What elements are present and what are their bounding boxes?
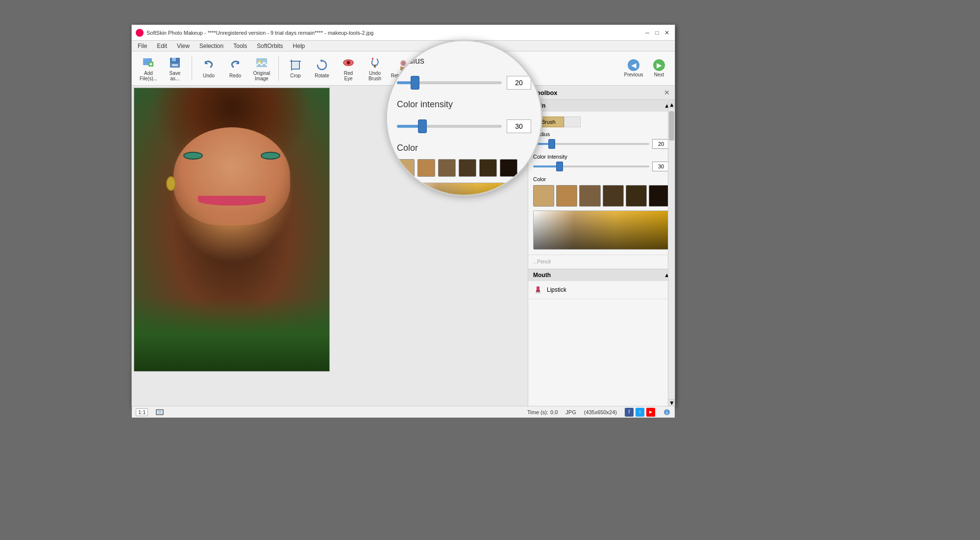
skin-section-header[interactable]: Skin ▲ — [528, 100, 675, 112]
menu-file[interactable]: File — [134, 42, 151, 50]
crop-icon — [289, 58, 302, 72]
radius-thumb[interactable] — [548, 139, 555, 149]
color-intensity-value[interactable]: 30 — [652, 162, 670, 171]
add-files-button[interactable]: Add File(s)... — [136, 54, 161, 83]
red-eye-button[interactable]: Red Eye — [336, 54, 361, 83]
info-icon[interactable]: i — [663, 408, 671, 416]
color-swatch-2[interactable] — [556, 185, 577, 207]
youtube-icon[interactable]: ▶ — [646, 408, 655, 417]
twitter-icon[interactable]: t — [636, 408, 644, 417]
color-intensity-track[interactable] — [533, 165, 649, 167]
crop-svg — [289, 58, 302, 72]
rotate-svg — [315, 58, 329, 72]
magnifier-intensity-control: 30 — [397, 119, 528, 133]
magnifier-swatch-4[interactable] — [459, 159, 476, 177]
skin-section: Skin ▲ Brush Radius — [528, 100, 675, 255]
color-intensity-row: Color intensity 30 — [533, 154, 670, 171]
magnifier-content: Radius 20 Color intensity — [387, 86, 528, 195]
red-eye-icon — [342, 56, 355, 70]
photo-image[interactable] — [134, 88, 330, 372]
color-swatch-5[interactable] — [626, 185, 647, 207]
radius-track[interactable] — [533, 143, 649, 145]
original-image-label: Original Image — [253, 70, 270, 81]
color-intensity-thumb[interactable] — [556, 162, 563, 171]
save-as-svg — [168, 56, 182, 70]
redo-button[interactable]: Redo — [222, 54, 248, 83]
undo-button[interactable]: Undo — [196, 54, 221, 83]
main-window: SoftSkin Photo Makeup - ****Unregistered… — [131, 24, 675, 406]
tab-2[interactable] — [564, 117, 581, 127]
sep-1 — [192, 56, 192, 81]
magnifier-swatch-6[interactable] — [500, 159, 517, 177]
mouth-section-header[interactable]: Mouth ▲ — [528, 269, 675, 281]
color-section: Color — [533, 176, 670, 250]
next-label: Next — [654, 72, 664, 77]
magnifier-radius-control: 20 — [397, 86, 528, 90]
menu-softorbits[interactable]: SoftOrbits — [253, 42, 287, 50]
toolbox-header: Toolbox ✕ — [528, 86, 675, 100]
svg-text:i: i — [666, 410, 668, 415]
toolbar-group-undoredo: Undo Redo — [196, 54, 274, 83]
magnifier-swatch-2[interactable] — [417, 159, 435, 177]
save-as-icon — [168, 56, 182, 70]
magnifier-radius-value[interactable]: 20 — [507, 86, 528, 90]
toolbox-scrollbar[interactable]: ▲ ▼ — [668, 101, 675, 406]
previous-button[interactable]: ◀ Previous — [622, 55, 645, 81]
rotate-button[interactable]: Rotate — [309, 54, 335, 83]
save-as-button[interactable]: Save as... — [162, 54, 188, 83]
radius-value[interactable]: 20 — [652, 139, 670, 149]
menu-selection[interactable]: Selection — [196, 42, 227, 50]
menu-tools[interactable]: Tools — [229, 42, 251, 50]
crop-label: Crop — [290, 73, 301, 78]
original-image-button[interactable]: Original Image — [249, 54, 274, 83]
menu-edit[interactable]: Edit — [153, 42, 171, 50]
magnifier-swatch-5[interactable] — [479, 159, 497, 177]
magnifier-swatch-3[interactable] — [438, 159, 456, 177]
color-swatch-4[interactable] — [603, 185, 624, 207]
next-arrow-icon: ▶ — [653, 59, 665, 71]
magnifier-intensity-value[interactable]: 30 — [507, 119, 528, 133]
scrollbar-thumb[interactable] — [669, 111, 674, 141]
next-button[interactable]: ▶ Next — [647, 55, 671, 81]
facebook-icon[interactable]: f — [625, 408, 634, 417]
lipstick-label: Lipstick — [547, 286, 566, 293]
prev-arrow-icon: ◀ — [628, 59, 639, 71]
scroll-up-button[interactable]: ▲ — [668, 101, 675, 108]
undo-brush-button[interactable]: Undo Brush — [362, 54, 388, 83]
color-picker[interactable] — [533, 211, 670, 250]
magnifier-radius-thumb[interactable] — [411, 86, 419, 90]
dimensions-value: (435x650x24) — [584, 409, 617, 415]
magnifier-intensity-thumb[interactable] — [418, 119, 427, 133]
toolbox-panel: Toolbox ✕ Skin ▲ Brush Radius — [528, 86, 675, 406]
maximize-button[interactable]: □ — [653, 29, 661, 37]
left-eye — [183, 152, 203, 160]
menu-view[interactable]: View — [173, 42, 194, 50]
lipstick-svg — [534, 285, 542, 294]
red-eye-svg — [342, 56, 355, 70]
close-button[interactable]: ✕ — [663, 29, 671, 37]
title-bar-controls: ─ □ ✕ — [643, 29, 671, 37]
toolbox-close-button[interactable]: ✕ — [664, 89, 670, 96]
color-swatch-6[interactable] — [649, 185, 670, 207]
color-swatch-3[interactable] — [579, 185, 600, 207]
time-label: Time (s): — [527, 409, 548, 415]
title-bar-left: SoftSkin Photo Makeup - ****Unregistered… — [136, 29, 373, 37]
redo-svg — [228, 58, 242, 72]
magnifier-color-picker[interactable] — [397, 183, 528, 195]
crop-button[interactable]: Crop — [283, 54, 308, 83]
previous-label: Previous — [624, 72, 643, 77]
scroll-down-button[interactable]: ▼ — [668, 399, 675, 406]
color-intensity-slider-container: 30 — [533, 162, 670, 171]
radius-label: Radius — [533, 131, 670, 137]
zoom-control[interactable]: 1:1 — [136, 408, 148, 416]
dimensions-display: (435x650x24) — [584, 409, 617, 415]
radius-slider-container: 20 — [533, 139, 670, 149]
minimize-button[interactable]: ─ — [643, 29, 651, 37]
social-icons: f t ▶ — [625, 408, 655, 417]
magnifier-intensity-track — [397, 125, 502, 128]
menu-help[interactable]: Help — [289, 42, 309, 50]
mouth-section: Mouth ▲ Lipstick — [528, 269, 675, 299]
magnifier-swatch-1[interactable] — [397, 159, 415, 177]
color-intensity-label: Color intensity — [533, 154, 670, 160]
photo-container[interactable]: Radius 20 Color intensity — [132, 86, 528, 406]
